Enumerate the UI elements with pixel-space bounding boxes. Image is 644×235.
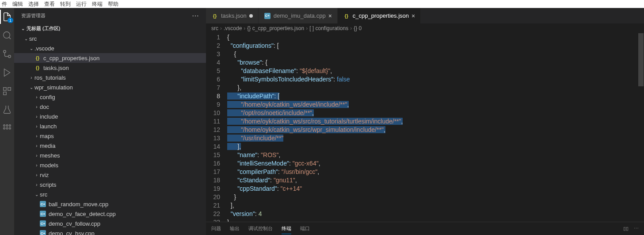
- tree-folder[interactable]: ›config: [14, 92, 206, 102]
- breadcrumb-item[interactable]: .vscode: [224, 25, 242, 31]
- activity-search-icon[interactable]: [2, 30, 12, 41]
- tree-file[interactable]: {}c_cpp_properties.json: [14, 53, 206, 63]
- code-line[interactable]: "/home/oyk/catkin_ws/devel/include/**",: [227, 100, 644, 109]
- code-editor[interactable]: 1234567891011121314151617181920212223 { …: [206, 33, 644, 222]
- activity-explorer-icon[interactable]: 1: [2, 12, 12, 22]
- breadcrumb[interactable]: src›.vscode›{} c_cpp_properties.json›[ ]…: [206, 23, 644, 33]
- code-line[interactable]: "/home/oyk/catkin_ws/src/ros_tutorials/t…: [227, 117, 644, 126]
- activity-debug-icon[interactable]: [2, 67, 12, 78]
- menu-item[interactable]: 转到: [60, 0, 71, 8]
- breadcrumb-item[interactable]: src: [211, 25, 218, 31]
- code-line[interactable]: "browse": {: [227, 58, 644, 67]
- line-number: 11: [206, 117, 220, 126]
- modified-dot-icon[interactable]: [249, 14, 253, 18]
- code-line[interactable]: "configurations": [: [227, 42, 644, 50]
- breadcrumb-item[interactable]: [ ] configurations: [309, 25, 348, 31]
- tree-folder[interactable]: ›doc: [14, 102, 206, 112]
- chevron-down-icon: ⌄: [21, 26, 25, 31]
- close-icon[interactable]: ×: [412, 12, 415, 19]
- line-number: 22: [206, 210, 220, 218]
- workspace-title[interactable]: ⌄ 无标题 (工作区): [14, 23, 206, 34]
- menu-item[interactable]: 查看: [44, 0, 55, 8]
- code-line[interactable]: }: [227, 193, 644, 201]
- chevron-right-icon: ›: [34, 134, 40, 139]
- editor-tab[interactable]: {}c_cpp_properties.json×: [338, 8, 421, 23]
- activity-testing-icon[interactable]: [2, 104, 12, 115]
- activity-scm-icon[interactable]: [2, 49, 12, 59]
- workspace-label: 无标题 (工作区): [27, 25, 60, 32]
- panel-tab[interactable]: 终端: [282, 223, 291, 234]
- tree-file[interactable]: C+ball_random_move.cpp: [14, 199, 206, 209]
- close-icon[interactable]: ×: [328, 12, 332, 19]
- tree-folder[interactable]: ›meshes: [14, 150, 206, 160]
- tree-folder[interactable]: ⌄src: [14, 34, 206, 43]
- tree-folder[interactable]: ›models: [14, 160, 206, 170]
- code-line[interactable]: "/usr/include/**": [227, 134, 644, 143]
- code-line[interactable]: "version": 4: [227, 210, 644, 218]
- tree-folder[interactable]: ›launch: [14, 121, 206, 131]
- editor-tab[interactable]: {}tasks.json: [206, 8, 259, 23]
- breadcrumb-item[interactable]: {} c_cpp_properties.json: [247, 25, 304, 31]
- code-line[interactable]: ],: [227, 143, 644, 151]
- tree-file[interactable]: {}tasks.json: [14, 63, 206, 73]
- code-content[interactable]: { "configurations": [ { "browse": { "dat…: [227, 33, 644, 222]
- code-line[interactable]: "name": "ROS",: [227, 151, 644, 159]
- tree-folder[interactable]: ⌄src: [14, 189, 206, 199]
- more-icon[interactable]: ⋯: [634, 226, 639, 231]
- tree-file[interactable]: C+demo_cv_hsv.cpp: [14, 228, 206, 235]
- chevron-down-icon: ⌄: [28, 85, 34, 90]
- code-line[interactable]: {: [227, 50, 644, 58]
- code-line[interactable]: "cStandard": "gnu11",: [227, 176, 644, 185]
- line-number: 8: [206, 92, 220, 100]
- activity-extensions-icon[interactable]: [2, 86, 12, 96]
- menu-item[interactable]: 帮助: [108, 0, 118, 8]
- code-line[interactable]: ],: [227, 201, 644, 210]
- code-line[interactable]: "cppStandard": "c++14": [227, 185, 644, 193]
- breadcrumb-item[interactable]: {} 0: [354, 25, 362, 31]
- code-line[interactable]: "/opt/ros/noetic/include/**",: [227, 109, 644, 117]
- panel-tab[interactable]: 调试控制台: [248, 223, 273, 234]
- menu-item[interactable]: 终端: [92, 0, 103, 8]
- code-line[interactable]: "compilerPath": "/usr/bin/gcc",: [227, 168, 644, 176]
- menu-item[interactable]: 件: [2, 0, 7, 8]
- tree-folder[interactable]: ›media: [14, 141, 206, 150]
- chevron-right-icon: ›: [34, 173, 40, 177]
- tree-folder[interactable]: ›ros_tutorials: [14, 73, 206, 82]
- tree-item-label: demo_cv_face_detect.cpp: [49, 211, 116, 217]
- code-line[interactable]: "databaseFilename": "${default}",: [227, 67, 644, 75]
- split-icon[interactable]: ▯▯: [623, 226, 629, 231]
- svg-point-10: [9, 125, 11, 127]
- scrollbar-thumb[interactable]: [638, 33, 644, 86]
- menu-item[interactable]: 编辑: [12, 0, 23, 8]
- code-line[interactable]: "limitSymbolsToIncludedHeaders": false: [227, 75, 644, 84]
- cpp-file-icon: C+: [39, 230, 47, 235]
- code-line[interactable]: "/home/oyk/catkin_ws/src/wpr_simulation/…: [227, 126, 644, 134]
- tree-folder[interactable]: ›scripts: [14, 180, 206, 189]
- panel-tab[interactable]: 问题: [211, 223, 221, 234]
- panel-actions: ▯▯⋯: [623, 226, 639, 231]
- tree-folder[interactable]: ›include: [14, 112, 206, 121]
- activity-ros-icon[interactable]: [2, 123, 12, 134]
- tree-file[interactable]: C+demo_cv_follow.cpp: [14, 219, 206, 228]
- panel-tab[interactable]: 输出: [230, 223, 240, 234]
- tree-folder[interactable]: ›maps: [14, 131, 206, 141]
- code-line[interactable]: }: [227, 218, 644, 222]
- menu-item[interactable]: 选择: [28, 0, 39, 8]
- code-line[interactable]: {: [227, 33, 644, 42]
- chevron-right-icon: ›: [34, 114, 40, 119]
- scrollbar-vertical[interactable]: [638, 33, 644, 222]
- code-line[interactable]: },: [227, 84, 644, 92]
- line-number: 5: [206, 67, 220, 75]
- code-line[interactable]: "intelliSenseMode": "gcc-x64",: [227, 159, 644, 168]
- tree-folder[interactable]: ⌄wpr_simulation: [14, 82, 206, 92]
- menu-item[interactable]: 运行: [76, 0, 87, 8]
- code-line[interactable]: "includePath": [: [227, 92, 644, 100]
- sidebar-header: 资源管理器 ⋯: [14, 8, 206, 23]
- sidebar-more-icon[interactable]: ⋯: [192, 12, 199, 20]
- editor-tab[interactable]: C+demo_imu_data.cpp×: [259, 8, 338, 23]
- tree-folder[interactable]: ⌄.vscode: [14, 43, 206, 53]
- panel-tab[interactable]: 端口: [300, 223, 310, 234]
- line-number: 7: [206, 84, 220, 92]
- tree-folder[interactable]: ›rviz: [14, 170, 206, 180]
- tree-file[interactable]: C+demo_cv_face_detect.cpp: [14, 209, 206, 219]
